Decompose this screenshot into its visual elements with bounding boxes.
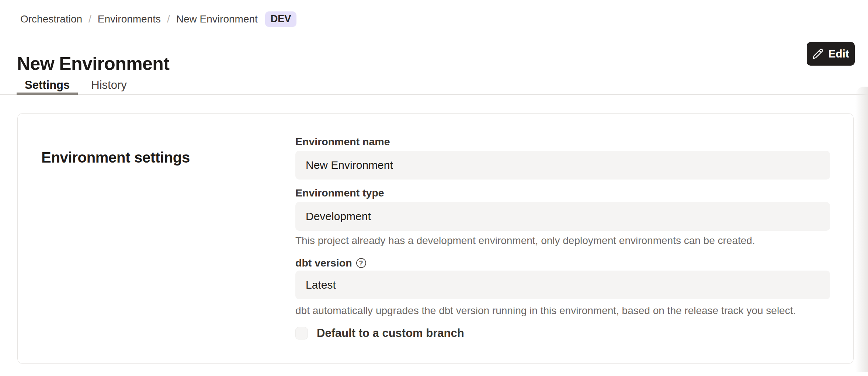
breadcrumb-orchestration[interactable]: Orchestration [20, 13, 82, 25]
environment-type-input[interactable] [295, 202, 830, 231]
card-heading: Environment settings [41, 149, 190, 166]
edit-button-label: Edit [828, 48, 849, 60]
right-edge-shade [855, 87, 868, 372]
breadcrumb-current-page: New Environment [176, 13, 258, 25]
tab-bar: Settings History [17, 76, 135, 95]
help-question-icon[interactable]: ? [356, 258, 366, 268]
tab-settings[interactable]: Settings [17, 76, 78, 95]
breadcrumb: Orchestration / Environments / New Envir… [20, 11, 296, 27]
environment-name-input[interactable] [295, 151, 830, 180]
environment-name-label: Environment name [295, 136, 390, 148]
custom-branch-label: Default to a custom branch [317, 327, 464, 340]
breadcrumb-separator: / [167, 13, 170, 25]
environment-type-label: Environment type [295, 187, 384, 199]
custom-branch-checkbox[interactable] [295, 327, 308, 340]
environment-type-helper-text: This project already has a development e… [295, 235, 755, 247]
dev-badge: DEV [265, 11, 297, 27]
dbt-version-input[interactable] [295, 271, 830, 299]
dbt-version-label: dbt version ? [295, 257, 366, 269]
dbt-version-helper-text: dbt automatically upgrades the dbt versi… [295, 305, 796, 317]
tab-history[interactable]: History [83, 76, 135, 95]
environment-settings-card: Environment settings Environment name En… [17, 113, 854, 364]
custom-branch-row: Default to a custom branch [295, 327, 464, 340]
breadcrumb-separator: / [88, 13, 91, 25]
page-title: New Environment [17, 53, 169, 74]
pencil-icon [812, 48, 823, 59]
breadcrumb-environments[interactable]: Environments [98, 13, 161, 25]
dbt-version-label-text: dbt version [295, 257, 352, 269]
environment-settings-page: Orchestration / Environments / New Envir… [0, 0, 868, 376]
edit-button[interactable]: Edit [807, 42, 855, 66]
